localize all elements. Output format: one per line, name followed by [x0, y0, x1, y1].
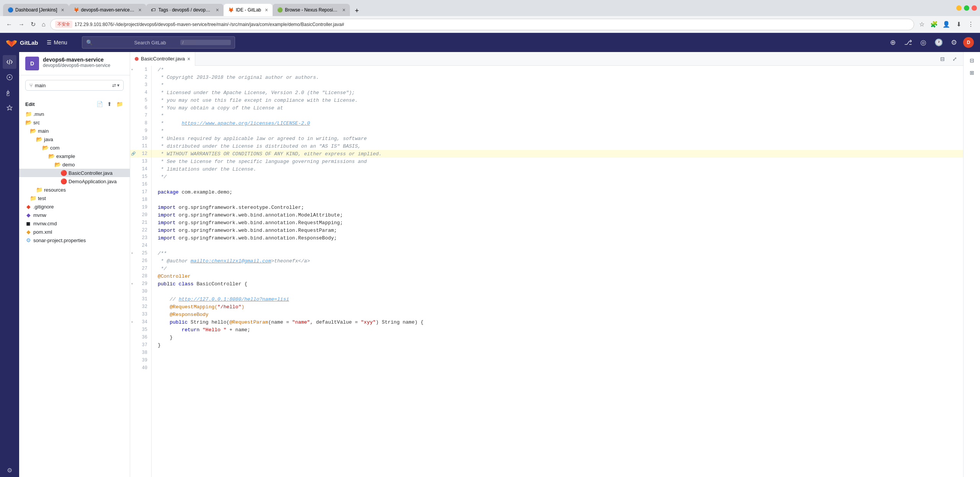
tab-devops-close[interactable]: × — [139, 7, 142, 13]
settings-header-button[interactable]: ⚙ — [948, 36, 960, 49]
home-button[interactable]: ⌂ — [40, 20, 47, 29]
line-num-1: ▾1 — [130, 66, 151, 73]
tree-item-mvnw-cmd-label: mvnw.cmd — [33, 221, 57, 226]
address-field[interactable]: 不安全 172.29.9.101:8076/-/ide/project/devo… — [50, 19, 914, 30]
settings-icon[interactable]: ⋮ — [966, 20, 975, 29]
tree-item-main[interactable]: 📂 main — [19, 127, 130, 135]
editor-tab-actions: ⊟ ⤢ — [937, 54, 963, 64]
new-tab-button[interactable]: + — [351, 5, 362, 16]
tab-nexus[interactable]: 🟢 Browse - Nexus Repository M... × — [273, 4, 350, 16]
minimize-editor-icon[interactable]: ⊟ — [937, 54, 948, 64]
bookmark-icon[interactable]: ☆ — [917, 20, 926, 29]
tab-devops-ci[interactable]: 🦊 devops6-maven-service_CI [Je... × — [69, 4, 146, 16]
right-panel-minimize[interactable]: ⊟ — [967, 55, 977, 66]
forward-button[interactable]: → — [17, 20, 26, 29]
activity-button[interactable]: 🕐 — [933, 36, 945, 49]
minimize-button[interactable] — [956, 5, 962, 11]
main-layout: ⚙ D devops6-maven-service devops6/devops… — [0, 52, 980, 477]
tree-item-mvn-folder[interactable]: 📁 .mvn — [19, 110, 130, 118]
java-file-icon: 🔴 — [60, 170, 67, 176]
code-area[interactable]: ▾1 2 3 4 5 6 7 8 9 10 11 🔗12 13 14 15 16… — [130, 66, 963, 477]
tree-item-test[interactable]: 📁 test — [19, 194, 130, 202]
code-line-17: package com.example.demo; — [152, 188, 963, 196]
tree-item-mvnw-cmd[interactable]: ◼ mvnw.cmd — [19, 219, 130, 228]
code-line-24 — [152, 242, 963, 249]
tree-item-mvnw[interactable]: ◆ mvnw — [19, 211, 130, 219]
tab-ide-label: IDE - GitLab — [236, 7, 261, 13]
code-line-19: import org.springframework.stereotype.Co… — [152, 203, 963, 211]
user-avatar[interactable]: D — [963, 37, 974, 48]
maximize-button[interactable] — [964, 5, 969, 11]
line-num-10: 10 — [130, 135, 151, 142]
back-button[interactable]: ← — [5, 20, 14, 29]
code-line-29: public class BasicController { — [152, 280, 963, 288]
tab-tags[interactable]: 🏷 Tags · devops6 / devops6-sha... × — [146, 4, 224, 16]
tree-item-resources[interactable]: 📁 resources — [19, 186, 130, 194]
tab-ide[interactable]: 🦊 IDE - GitLab × — [224, 4, 273, 16]
header-search[interactable]: 🔍 Search GitLab / — [82, 36, 235, 49]
close-button[interactable] — [972, 5, 977, 11]
editor-tab-close[interactable]: × — [187, 56, 190, 62]
tree-item-sonar[interactable]: ⚙ sonar-project.properties — [19, 236, 130, 244]
sidebar-nav-deploy[interactable] — [3, 101, 16, 115]
tab-jenkins[interactable]: 🔵 Dashboard [Jenkins] × — [3, 4, 69, 16]
line-num-24: 24 — [130, 242, 151, 249]
line-num-40: 40 — [130, 364, 151, 372]
tree-item-example[interactable]: 📂 example — [19, 152, 130, 160]
fullscreen-icon[interactable]: ⤢ — [949, 54, 960, 64]
tree-item-demo[interactable]: 📂 demo — [19, 160, 130, 169]
tree-item-pom[interactable]: ◆ pom.xml — [19, 228, 130, 236]
code-line-38 — [152, 349, 963, 357]
branch-selector[interactable]: ⑂ main ⇄ ▾ — [25, 80, 124, 91]
line-num-32: 32 — [130, 303, 151, 311]
repo-avatar: D — [25, 57, 39, 70]
tab-ide-close[interactable]: × — [265, 7, 268, 13]
tree-item-java[interactable]: 📂 java — [19, 135, 130, 143]
folder-java-icon: 📂 — [36, 136, 42, 142]
menu-button[interactable]: ☰ Menu — [43, 37, 71, 48]
tree-item-demoapplication[interactable]: 🔴 DemoApplication.java — [19, 177, 130, 186]
sidebar-nav-code[interactable] — [3, 55, 16, 69]
line-numbers: ▾1 2 3 4 5 6 7 8 9 10 11 🔗12 13 14 15 16… — [130, 66, 152, 477]
merge-requests-button[interactable]: ⎇ — [902, 36, 914, 49]
create-button[interactable]: ⊕ — [887, 36, 899, 49]
refresh-button[interactable]: ↻ — [29, 19, 37, 29]
tree-item-src[interactable]: 📂 src — [19, 118, 130, 127]
tab-jenkins-close[interactable]: × — [61, 7, 64, 13]
address-bar-row: ← → ↻ ⌂ 不安全 172.29.9.101:8076/-/ide/proj… — [0, 16, 980, 33]
gitlab-sidebar: ⚙ — [0, 52, 19, 477]
editor-tab-basiccontroller[interactable]: BasicController.java × — [130, 52, 195, 66]
sidebar-nav-issues[interactable] — [3, 70, 16, 84]
code-line-37: } — [152, 341, 963, 349]
download-icon[interactable]: ⬇ — [954, 20, 963, 29]
tree-item-gitignore[interactable]: ◆ .gitignore — [19, 202, 130, 211]
search-placeholder-text: Search GitLab — [134, 40, 180, 46]
line-num-19: 19 — [130, 203, 151, 211]
sidebar-nav-merge[interactable] — [3, 86, 16, 99]
tree-item-com[interactable]: 📂 com — [19, 143, 130, 152]
upload-icon[interactable]: ⬆ — [105, 100, 114, 108]
extensions-icon[interactable]: 🧩 — [929, 20, 939, 29]
line-num-3: 3 — [130, 81, 151, 89]
code-line-25: /** — [152, 249, 963, 257]
tree-item-demo-label: demo — [62, 162, 75, 168]
tab-tags-close[interactable]: × — [216, 7, 219, 13]
new-file-icon[interactable]: 📄 — [95, 100, 104, 108]
code-line-5: * you may not use this file except in co… — [152, 96, 963, 104]
code-line-6: * You may obtain a copy of the License a… — [152, 104, 963, 112]
right-panel-layout[interactable]: ⊞ — [967, 67, 977, 78]
line-num-35: 35 — [130, 326, 151, 334]
tree-item-resources-label: resources — [44, 187, 66, 193]
line-num-28: 28 — [130, 272, 151, 280]
tree-item-basiccontroller[interactable]: 🔴 BasicController.java — [19, 169, 130, 177]
line-num-37: 37 — [130, 341, 151, 349]
line-num-22: 22 — [130, 226, 151, 234]
code-line-34: public String hello(@RequestParam(name =… — [152, 318, 963, 326]
user-icon[interactable]: 👤 — [942, 20, 951, 29]
sidebar-nav-settings[interactable]: ⚙ — [3, 463, 16, 477]
new-folder-icon[interactable]: 📁 — [115, 100, 124, 108]
tab-nexus-close[interactable]: × — [342, 7, 345, 13]
issues-button[interactable]: ◎ — [917, 36, 929, 49]
java-file-icon2: 🔴 — [60, 178, 67, 184]
line-num-38: 38 — [130, 349, 151, 357]
